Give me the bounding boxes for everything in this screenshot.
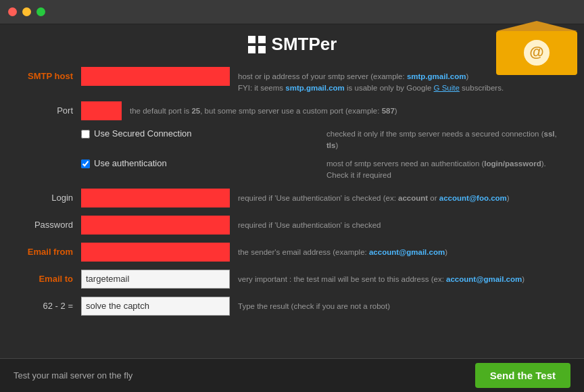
password-hint: required if 'Use authentication' is chec… [238, 216, 564, 231]
email-from-input[interactable] [81, 243, 230, 262]
mail-icon-container: @ [489, 18, 584, 80]
app-title: SMTPer [272, 34, 337, 55]
grid-icon [247, 35, 266, 54]
minimize-button[interactable] [22, 7, 31, 16]
email-from-hint-link: account@gmail.com [369, 248, 445, 256]
maximize-button[interactable] [36, 7, 45, 16]
svg-rect-2 [248, 46, 256, 53]
email-from-label: Email from [20, 243, 81, 257]
email-to-input[interactable] [81, 270, 230, 289]
password-label: Password [20, 216, 81, 230]
close-button[interactable] [8, 7, 17, 16]
gsuite-link[interactable]: G Suite [434, 84, 460, 92]
envelope-icon: @ [489, 18, 584, 78]
svg-rect-3 [258, 46, 266, 53]
password-input[interactable] [81, 216, 230, 235]
password-row: Password required if 'Use authentication… [20, 216, 564, 236]
secured-connection-row: Use Secured Connection checked it only i… [20, 128, 564, 152]
email-to-row: Email to very important : the test mail … [20, 270, 564, 290]
smtp-hint-link2: smtp.gmail.com [285, 84, 345, 92]
port-input[interactable] [81, 101, 122, 120]
svg-marker-5 [496, 21, 577, 31]
footer: Test your mail server on the fly Send th… [0, 358, 584, 392]
email-to-label: Email to [20, 270, 81, 284]
svg-rect-0 [248, 36, 256, 43]
captcha-input[interactable] [81, 297, 230, 316]
port-label: Port [20, 101, 81, 116]
secured-inner: Use Secured Connection [81, 128, 318, 139]
email-from-row: Email from the sender's email address (e… [20, 243, 564, 263]
port-row: Port the default port is 25, but some sm… [20, 101, 564, 122]
email-from-hint: the sender's email address (example: acc… [238, 243, 564, 258]
header: SMTPer @ [0, 24, 584, 60]
auth-row: Use authentication most of smtp servers … [20, 158, 564, 182]
send-test-button[interactable]: Send the Test [475, 363, 570, 388]
smtp-host-row: SMTP host host or ip address of your smt… [20, 67, 564, 95]
login-hint-link: account@foo.com [439, 194, 507, 202]
svg-text:@: @ [529, 43, 543, 60]
logo: SMTPer [247, 34, 337, 55]
auth-label: Use authentication [94, 158, 167, 168]
svg-rect-1 [258, 36, 266, 43]
login-input[interactable] [81, 189, 230, 207]
smtp-host-input[interactable] [81, 67, 230, 86]
footer-tagline: Test your mail server on the fly [14, 370, 132, 381]
auth-inner: Use authentication [81, 158, 318, 168]
captcha-hint: Type the result (check if you are not a … [238, 297, 564, 312]
smtp-hint-link: smtp.gmail.com [407, 72, 466, 80]
smtp-host-label: SMTP host [20, 67, 81, 81]
auth-checkbox[interactable] [81, 160, 90, 168]
login-label: Login [20, 189, 81, 203]
captcha-row: 62 - 2 = Type the result (check if you a… [20, 297, 564, 317]
secured-checkbox[interactable] [81, 130, 90, 139]
captcha-label: 62 - 2 = [20, 297, 81, 311]
email-to-hint-link: account@gmail.com [446, 275, 522, 283]
secured-hint: checked it only if the smtp server needs… [326, 128, 564, 152]
port-hint: the default port is 25, but some smtp se… [130, 101, 564, 117]
form-container: SMTP host host or ip address of your smt… [0, 60, 584, 330]
email-to-hint: very important : the test mail will be s… [238, 270, 564, 285]
secured-label: Use Secured Connection [94, 128, 192, 139]
login-hint: required if 'Use authentication' is chec… [238, 189, 564, 204]
login-row: Login required if 'Use authentication' i… [20, 189, 564, 209]
auth-hint: most of smtp servers need an authenticat… [326, 158, 564, 182]
